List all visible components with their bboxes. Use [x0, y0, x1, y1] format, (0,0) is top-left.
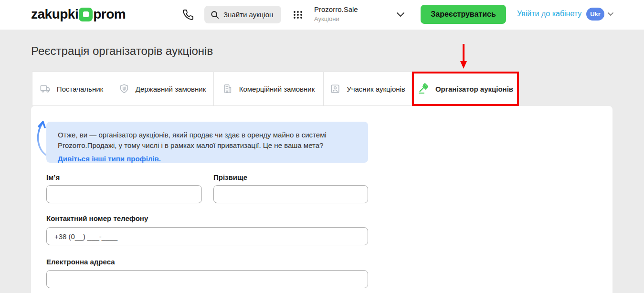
info-box: Отже, ви — організатор аукціонів, який п… — [46, 122, 368, 163]
search-input[interactable]: Знайти аукціон — [204, 6, 281, 23]
tab-label: Організатор аукціонів — [435, 85, 513, 93]
phone-label: Контактний номер телефону — [46, 214, 148, 222]
tab-label: Державний замовник — [136, 85, 206, 93]
last-name-input[interactable] — [213, 185, 368, 203]
red-pointer-arrow — [460, 43, 467, 69]
logo[interactable]: zakupki prom — [31, 7, 126, 22]
tab-uchasnyk-auktsioniv[interactable]: Учасник аукціонів — [323, 72, 412, 106]
tab-label: Учасник аукціонів — [347, 85, 405, 93]
search-placeholder: Знайти аукціон — [223, 10, 273, 19]
site-switcher[interactable]: Prozorro.Sale Аукціони — [314, 5, 358, 22]
site-switcher-chevron-down-icon[interactable] — [396, 11, 405, 17]
logo-square-icon — [79, 8, 93, 21]
login-link[interactable]: Увійти до кабінету — [517, 10, 581, 18]
phone-input[interactable] — [46, 227, 368, 245]
page-title: Реєстрація організаторів аукціонів — [31, 44, 213, 58]
email-input[interactable] — [46, 270, 368, 288]
language-badge[interactable]: Ukr — [586, 8, 604, 21]
logo-text-right: prom — [93, 7, 126, 22]
search-icon — [211, 10, 219, 19]
tab-orhanizator-auktsioniv[interactable]: Організатор аукціонів — [412, 72, 519, 106]
first-name-label: Ім’я — [46, 173, 60, 181]
building-icon — [222, 84, 233, 94]
gavel-icon — [418, 83, 429, 94]
person-badge-icon — [330, 84, 340, 94]
first-name-input[interactable] — [46, 185, 202, 203]
header: zakupki prom Знайти аукціон Prozorro.Sal… — [0, 0, 644, 30]
info-text: Отже, ви — організатор аукціонів, який п… — [58, 130, 347, 151]
tab-label: Постачальник — [57, 85, 103, 93]
registration-panel: Отже, ви — організатор аукціонів, який п… — [31, 106, 612, 293]
truck-icon — [40, 84, 51, 94]
tab-label: Комерційний замовник — [239, 85, 315, 93]
register-button[interactable]: Зареєструватись — [421, 5, 506, 24]
other-profiles-link[interactable]: Дивіться інші типи профілів. — [58, 155, 161, 163]
phone-icon[interactable] — [182, 9, 194, 21]
language-chevron-down-icon[interactable] — [607, 12, 614, 16]
tab-derzhavnyi-zamovnyk[interactable]: Державний замовник — [111, 72, 213, 106]
shield-trident-icon — [119, 84, 129, 94]
site-switcher-title: Prozorro.Sale — [314, 5, 358, 13]
tab-komertsiinyi-zamovnyk[interactable]: Комерційний замовник — [213, 72, 323, 106]
last-name-label: Прізвище — [213, 173, 247, 181]
email-label: Електронна адреса — [46, 258, 115, 266]
site-switcher-subtitle: Аукціони — [314, 15, 358, 22]
logo-text-left: zakupki — [31, 7, 78, 22]
tab-postachalnyk[interactable]: Постачальник — [32, 72, 111, 106]
apps-grid-icon[interactable] — [293, 10, 303, 20]
profile-type-tabs: Постачальник Державний замовник Комерцій… — [32, 72, 412, 106]
